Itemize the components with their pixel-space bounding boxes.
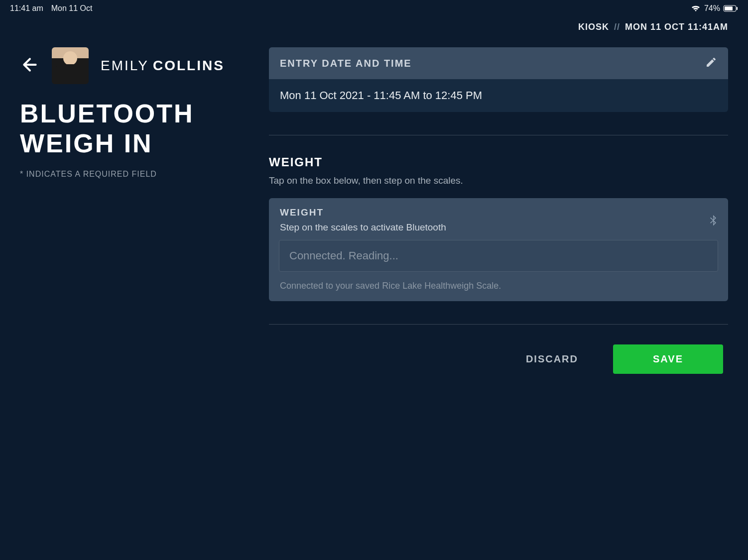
wifi-icon bbox=[690, 4, 701, 12]
status-time: 11:41 am bbox=[10, 4, 43, 13]
user-last-name: COLLINS bbox=[153, 58, 225, 73]
weight-connection-status: Connected to your saved Rice Lake Health… bbox=[279, 281, 718, 291]
svg-rect-1 bbox=[725, 6, 733, 10]
discard-button[interactable]: DISCARD bbox=[526, 353, 578, 365]
required-field-note: * INDICATES A REQUIRED FIELD bbox=[20, 170, 249, 179]
kiosk-label: KIOSK bbox=[578, 22, 609, 32]
avatar bbox=[52, 47, 89, 84]
kiosk-bar: KIOSK // MON 11 OCT 11:41AM bbox=[0, 17, 748, 32]
device-status-bar: 11:41 am Mon 11 Oct 74% bbox=[0, 0, 748, 17]
weight-input[interactable]: Connected. Reading... bbox=[279, 240, 718, 272]
svg-rect-2 bbox=[737, 7, 738, 10]
battery-icon bbox=[723, 5, 738, 12]
bluetooth-icon bbox=[709, 215, 717, 229]
entry-date-value: Mon 11 Oct 2021 - 11:45 AM to 12:45 PM bbox=[269, 79, 728, 112]
weight-section-title: WEIGHT bbox=[269, 155, 728, 169]
kiosk-separator: // bbox=[614, 22, 620, 32]
page-title: BLUETOOTH WEIGH IN bbox=[20, 99, 249, 159]
battery-percent: 74% bbox=[704, 4, 720, 13]
status-date: Mon 11 Oct bbox=[51, 4, 93, 13]
weight-card-title: WEIGHT bbox=[280, 207, 446, 218]
user-first-name: EMILY bbox=[101, 58, 149, 73]
entry-date-header: ENTRY DATE AND TIME bbox=[280, 58, 412, 69]
divider bbox=[269, 324, 728, 325]
save-button[interactable]: SAVE bbox=[613, 344, 723, 374]
weight-section-subtitle: Tap on the box below, then step on the s… bbox=[269, 175, 728, 186]
weight-card: WEIGHT Step on the scales to activate Bl… bbox=[269, 198, 728, 301]
entry-date-card: ENTRY DATE AND TIME Mon 11 Oct 2021 - 11… bbox=[269, 47, 728, 112]
weight-card-subtitle: Step on the scales to activate Bluetooth bbox=[280, 222, 446, 233]
pencil-icon[interactable] bbox=[705, 56, 717, 70]
back-arrow-icon[interactable] bbox=[20, 55, 40, 77]
kiosk-datetime: MON 11 OCT 11:41AM bbox=[625, 22, 728, 32]
divider bbox=[269, 135, 728, 135]
user-name: EMILYCOLLINS bbox=[101, 58, 225, 74]
